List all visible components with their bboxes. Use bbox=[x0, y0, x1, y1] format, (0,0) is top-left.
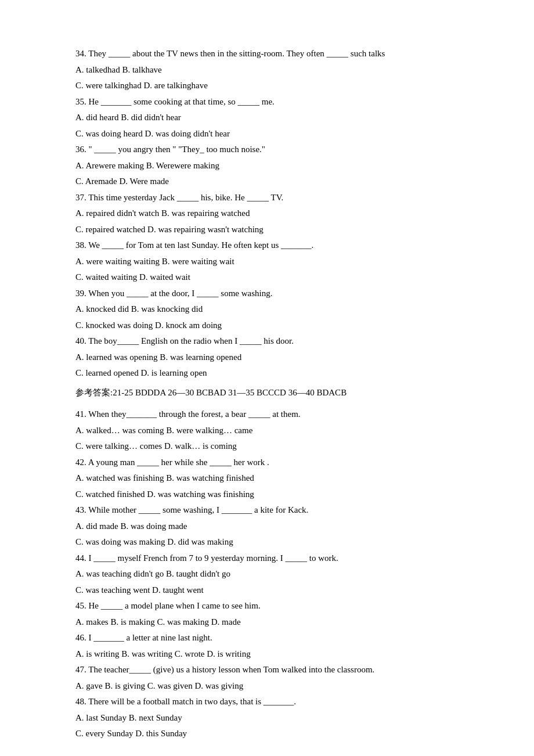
q44-optionAB: A. was teaching didn't go B. taught didn… bbox=[75, 569, 230, 578]
q43-text: 43. While mother _____ some washing, I _… bbox=[75, 505, 308, 514]
q42-options: A. watched was finishing B. was watching… bbox=[75, 471, 459, 486]
q46-text: 46. I _______ a letter at nine last nigh… bbox=[75, 633, 212, 642]
q42-options2: C. watched finished D. was watching was … bbox=[75, 487, 459, 502]
q38-options2: C. waited waiting D. waited wait bbox=[75, 270, 459, 285]
q44-optionCD: C. was teaching went D. taught went bbox=[75, 585, 204, 595]
q48-options: A. last Sunday B. next Sunday bbox=[75, 711, 459, 726]
q38-optionAB: A. were waiting waiting B. were waiting … bbox=[75, 257, 234, 266]
answer-key: 参考答案:21-25 BDDDA 26—30 BCBAD 31—35 BCCCD… bbox=[75, 386, 459, 401]
q48-optionCD: C. every Sunday D. this Sunday bbox=[75, 729, 187, 738]
q34-optionAB: A. talkedhad B. talkhave bbox=[75, 65, 162, 74]
q39-optionAB: A. knocked did B. was knocking did bbox=[75, 304, 203, 314]
q42-text: 42. A young man _____ her while she ____… bbox=[75, 458, 269, 467]
q45-options: A. makes B. is making C. was making D. m… bbox=[75, 615, 459, 630]
q37-text: 37. This time yesterday Jack _____ his, … bbox=[75, 193, 283, 202]
q45-text: 45. He _____ a model plane when I came t… bbox=[75, 601, 261, 610]
q39-text: 39. When you _____ at the door, I _____ … bbox=[75, 289, 273, 298]
q38-options: A. were waiting waiting B. were waiting … bbox=[75, 254, 459, 269]
q37-options2: C. repaired watched D. was repairing was… bbox=[75, 222, 459, 237]
main-content: 34. They _____ about the TV news then in… bbox=[75, 46, 459, 741]
q36-options2: C. Aremade D. Were made bbox=[75, 174, 459, 189]
q36-optionCD: C. Aremade D. Were made bbox=[75, 177, 169, 186]
question-40: 40. The boy_____ English on the radio wh… bbox=[75, 334, 459, 349]
question-38: 38. We _____ for Tom at ten last Sunday.… bbox=[75, 238, 459, 253]
q40-optionAB: A. learned was opening B. was learning o… bbox=[75, 352, 241, 362]
q40-options2: C. learned opened D. is learning open bbox=[75, 366, 459, 381]
q34-options2: C. were talkinghad D. are talkinghave bbox=[75, 78, 459, 93]
q44-options2: C. was teaching went D. taught went bbox=[75, 583, 459, 598]
q45-optionABCD: A. makes B. is making C. was making D. m… bbox=[75, 617, 241, 627]
q47-text: 47. The teacher_____ (give) us a history… bbox=[75, 665, 374, 674]
q43-optionAB: A. did made B. was doing made bbox=[75, 521, 187, 531]
q46-options: A. is writing B. was writing C. wrote D.… bbox=[75, 647, 459, 662]
q43-options: A. did made B. was doing made bbox=[75, 519, 459, 534]
q47-options: A. gave B. is giving C. was given D. was… bbox=[75, 679, 459, 694]
q42-optionCD: C. watched finished D. was watching was … bbox=[75, 489, 254, 499]
q38-optionCD: C. waited waiting D. waited wait bbox=[75, 272, 190, 282]
q35-optionCD: C. was doing heard D. was doing didn't h… bbox=[75, 129, 230, 138]
q34-options: A. talkedhad B. talkhave bbox=[75, 63, 459, 78]
q41-options: A. walked… was coming B. were walking… c… bbox=[75, 423, 459, 438]
question-34: 34. They _____ about the TV news then in… bbox=[75, 46, 459, 62]
question-39: 39. When you _____ at the door, I _____ … bbox=[75, 286, 459, 301]
q36-text: 36. " _____ you angry then " "They_ too … bbox=[75, 145, 265, 154]
q36-optionAB: A. Arewere making B. Werewere making bbox=[75, 161, 219, 170]
q40-options: A. learned was opening B. was learning o… bbox=[75, 350, 459, 365]
q35-text: 35. He _______ some cooking at that time… bbox=[75, 97, 275, 106]
q44-options: A. was teaching didn't go B. taught didn… bbox=[75, 567, 459, 582]
question-45: 45. He _____ a model plane when I came t… bbox=[75, 599, 459, 614]
q41-text: 41. When they_______ through the forest,… bbox=[75, 409, 301, 419]
question-47: 47. The teacher_____ (give) us a history… bbox=[75, 663, 459, 678]
q43-options2: C. was doing was making D. did was makin… bbox=[75, 535, 459, 550]
q37-options: A. repaired didn't watch B. was repairin… bbox=[75, 206, 459, 221]
q41-optionCD: C. were talking… comes D. walk… is comin… bbox=[75, 441, 237, 451]
q48-optionAB: A. last Sunday B. next Sunday bbox=[75, 713, 182, 722]
q43-optionCD: C. was doing was making D. did was makin… bbox=[75, 537, 233, 546]
q40-text: 40. The boy_____ English on the radio wh… bbox=[75, 336, 294, 345]
q34-optionCD: C. were talkinghad D. are talkinghave bbox=[75, 81, 208, 90]
q35-options2: C. was doing heard D. was doing didn't h… bbox=[75, 127, 459, 142]
q39-options: A. knocked did B. was knocking did bbox=[75, 302, 459, 317]
question-46: 46. I _______ a letter at nine last nigh… bbox=[75, 631, 459, 646]
q48-text: 48. There will be a football match in tw… bbox=[75, 697, 296, 706]
q47-optionABCD: A. gave B. is giving C. was given D. was… bbox=[75, 681, 243, 690]
q37-optionCD: C. repaired watched D. was repairing was… bbox=[75, 225, 264, 234]
question-43: 43. While mother _____ some washing, I _… bbox=[75, 503, 459, 518]
question-36: 36. " _____ you angry then " "They_ too … bbox=[75, 142, 459, 157]
q39-optionCD: C. knocked was doing D. knock am doing bbox=[75, 321, 222, 330]
q36-options: A. Arewere making B. Werewere making bbox=[75, 159, 459, 174]
q42-optionAB: A. watched was finishing B. was watching… bbox=[75, 473, 254, 483]
question-42: 42. A young man _____ her while she ____… bbox=[75, 455, 459, 470]
q35-optionAB: A. did heard B. did didn't hear bbox=[75, 113, 181, 122]
q38-text: 38. We _____ for Tom at ten last Sunday.… bbox=[75, 240, 313, 250]
q34-text: 34. They _____ about the TV news then in… bbox=[75, 49, 385, 58]
question-37: 37. This time yesterday Jack _____ his, … bbox=[75, 190, 459, 206]
q44-text: 44. I _____ myself French from 7 to 9 ye… bbox=[75, 553, 338, 563]
q48-options2: C. every Sunday D. this Sunday bbox=[75, 726, 459, 741]
q46-optionABCD: A. is writing B. was writing C. wrote D.… bbox=[75, 649, 251, 658]
question-41: 41. When they_______ through the forest,… bbox=[75, 407, 459, 422]
q35-options: A. did heard B. did didn't hear bbox=[75, 110, 459, 125]
question-44: 44. I _____ myself French from 7 to 9 ye… bbox=[75, 551, 459, 566]
question-48: 48. There will be a football match in tw… bbox=[75, 694, 459, 710]
q41-options2: C. were talking… comes D. walk… is comin… bbox=[75, 439, 459, 454]
q40-optionCD: C. learned opened D. is learning open bbox=[75, 368, 207, 377]
q37-optionAB: A. repaired didn't watch B. was repairin… bbox=[75, 208, 250, 218]
question-35: 35. He _______ some cooking at that time… bbox=[75, 95, 459, 110]
q39-options2: C. knocked was doing D. knock am doing bbox=[75, 318, 459, 333]
q41-optionAB: A. walked… was coming B. were walking… c… bbox=[75, 426, 252, 435]
